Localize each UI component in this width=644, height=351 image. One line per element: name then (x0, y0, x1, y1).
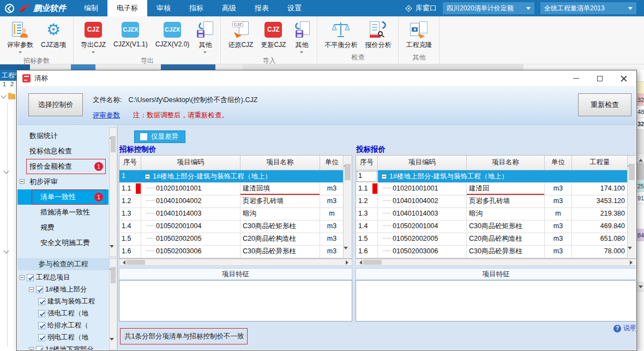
collapse-icon[interactable] (29, 287, 34, 292)
sidebar-item-2[interactable]: 报价金额检查1 (17, 159, 109, 174)
menu-item-3[interactable]: 指标 (180, 0, 213, 16)
scroll-left-icon[interactable] (357, 260, 362, 265)
sidebar-item-5[interactable]: 措施清单一致性 (17, 205, 109, 220)
table-vscrollbar[interactable] (343, 156, 352, 258)
sidebar-item-0[interactable]: 数据统计 (17, 128, 109, 144)
tree-item-5[interactable]: 弱电工程（地 (17, 331, 109, 343)
scroll-thumb[interactable] (629, 164, 635, 180)
dropdown-arrow-icon[interactable] (92, 51, 95, 55)
menu-item-0[interactable]: 编制 (75, 0, 107, 16)
tree-item-0[interactable]: 工程总项目 (17, 271, 109, 283)
scroll-right-icon[interactable] (346, 260, 351, 265)
list-standard-select[interactable]: 全统工程量清单2013 (540, 2, 636, 14)
ribbon-button[interactable]: 其他 (193, 17, 217, 55)
table-row[interactable]: 1.3010401014003暗沟m (119, 208, 352, 221)
dropdown-arrow-icon[interactable] (19, 51, 22, 55)
checkbox[interactable] (27, 274, 34, 281)
scroll-thumb[interactable] (127, 260, 145, 265)
ribbon-button[interactable]: CJZXCJZX(V2.0) (152, 17, 194, 55)
table-row[interactable]: 1.6010502003006C30商品砼异形柱m378.000 (356, 246, 636, 258)
feature-textarea-left[interactable] (119, 280, 352, 322)
select-control-price-button[interactable]: 选择控制价 (28, 93, 83, 116)
tree-item-2[interactable]: 建筑与装饰工程 (17, 295, 109, 307)
scroll-down-arrow[interactable] (628, 249, 636, 258)
ribbon-button[interactable]: 不平衡分析 (321, 17, 361, 50)
ribbon-button[interactable]: CJZ更新CJZ (257, 17, 290, 55)
scroll-down-arrow[interactable] (110, 248, 117, 256)
group-row[interactable]: 11#楼地上部分-建筑与装饰工程（地上） (119, 170, 352, 183)
tree-item-6[interactable]: 1#楼地下室部分 (17, 343, 109, 350)
tree-item-4[interactable]: 给排水工程（ (17, 319, 109, 331)
scroll-up-arrow[interactable] (110, 259, 117, 267)
tree-item-1[interactable]: 1#楼地上部分 (17, 283, 109, 295)
scroll-down-arrow[interactable] (110, 341, 117, 349)
checkbox[interactable] (38, 310, 45, 317)
checkbox[interactable] (38, 334, 45, 341)
ribbon-button[interactable]: ⚙CJZ选项 (37, 17, 70, 55)
minimize-button[interactable] (564, 70, 588, 86)
table-row[interactable]: 1.3010401014003暗沟m219.380 (356, 208, 636, 221)
scroll-right-icon[interactable] (630, 260, 635, 265)
table-row[interactable]: 1.4010502001004C30商品砼矩形柱m3469.840 (356, 221, 636, 233)
menu-item-5[interactable]: 报表 (245, 0, 278, 16)
close-button[interactable] (612, 70, 636, 86)
diff-checkbox[interactable] (140, 133, 147, 140)
menu-item-6[interactable]: 设置 (278, 0, 311, 16)
menu-item-4[interactable]: 高级 (213, 0, 245, 16)
table-row[interactable]: 1.2010401004002页岩多孔砖墙m33453.120 (356, 195, 636, 208)
checkbox[interactable] (36, 286, 43, 293)
back-button[interactable] (5, 4, 14, 13)
ribbon-button[interactable]: 其他 (290, 17, 314, 55)
maximize-button[interactable] (588, 70, 612, 86)
ribbon-button[interactable]: CJZXCJZX(V1.1) (110, 17, 152, 55)
collapse-icon[interactable] (145, 174, 150, 179)
table-row[interactable]: 1.1010201001001建渣回填m3 (119, 183, 352, 195)
scroll-down-arrow[interactable] (344, 249, 352, 258)
table-row[interactable]: 1.2010401004002页岩多孔砖墙m3 (119, 195, 352, 208)
collapse-icon[interactable] (382, 174, 387, 179)
scroll-thumb[interactable] (111, 267, 116, 283)
ribbon-button[interactable]: CJZ导出CJZ (77, 17, 110, 55)
dropdown-arrow-icon[interactable] (300, 51, 303, 55)
sidebar-item-1[interactable]: 投标信息检查 (17, 144, 109, 159)
table-row[interactable]: 1.1010201001001建渣回m3174.100 (356, 183, 636, 195)
scroll-up-arrow[interactable] (110, 128, 117, 136)
recheck-button[interactable]: 重新检查 (578, 93, 631, 116)
scroll-thumb[interactable] (363, 260, 382, 265)
feature-textarea-right[interactable] (356, 280, 636, 322)
group-row[interactable]: 11#楼地上部分-建筑与装饰工程（地上） (356, 170, 636, 183)
ribbon-button[interactable]: 工程克隆 (402, 17, 436, 50)
collapse-icon[interactable] (20, 275, 25, 280)
help-link[interactable]: 说明 (623, 324, 636, 333)
scroll-up-arrow[interactable] (628, 156, 636, 164)
control-table-hscrollbar[interactable] (119, 259, 352, 266)
collapse-icon[interactable] (29, 347, 34, 350)
scroll-thumb[interactable] (111, 136, 116, 152)
ribbon-button[interactable]: 报价分析 (361, 17, 395, 50)
scroll-up-arrow[interactable] (344, 156, 352, 164)
checkbox[interactable] (38, 298, 45, 305)
table-row[interactable]: 1.6010502003006C30商品砼异形柱m3 (119, 246, 352, 258)
dropdown-arrow-icon[interactable] (203, 51, 207, 55)
sidebar-item-6[interactable]: 规费 (17, 220, 109, 235)
table-row[interactable]: 1.5010502002005C20商品砼构造柱m3 (119, 233, 352, 246)
show-only-diff-toggle[interactable]: 仅显差异 (134, 130, 185, 143)
quota-standard-select[interactable]: 四川2020清单计价定额 (443, 2, 534, 14)
table-vscrollbar[interactable] (627, 156, 636, 258)
ribbon-button[interactable]: 评审参数 (3, 17, 37, 55)
tree-scrollbar[interactable] (109, 258, 117, 350)
scroll-left-icon[interactable] (121, 260, 125, 265)
scroll-thumb[interactable] (345, 164, 351, 180)
sidebar-item-7[interactable]: 安全文明施工费 (17, 235, 109, 251)
table-row[interactable]: 1.5010502002005C20商品砼构造柱m3651.080 (356, 233, 636, 246)
checkbox[interactable] (36, 346, 43, 350)
ribbon-button[interactable]: CJZ还原CJZ (224, 17, 257, 55)
tree-item-3[interactable]: 强电工程（地 (17, 307, 109, 319)
review-params-link[interactable]: 评审参数 (93, 111, 120, 120)
sidebar-item-4[interactable]: 清单一致性1 (17, 189, 109, 205)
sidebar-item-3[interactable]: 初步评审 (17, 174, 109, 189)
menu-item-2[interactable]: 审核 (147, 0, 180, 16)
collapse-icon[interactable] (20, 179, 25, 184)
menu-item-1[interactable]: 电子标 (107, 0, 147, 16)
sidebar-scrollbar[interactable] (109, 127, 117, 257)
